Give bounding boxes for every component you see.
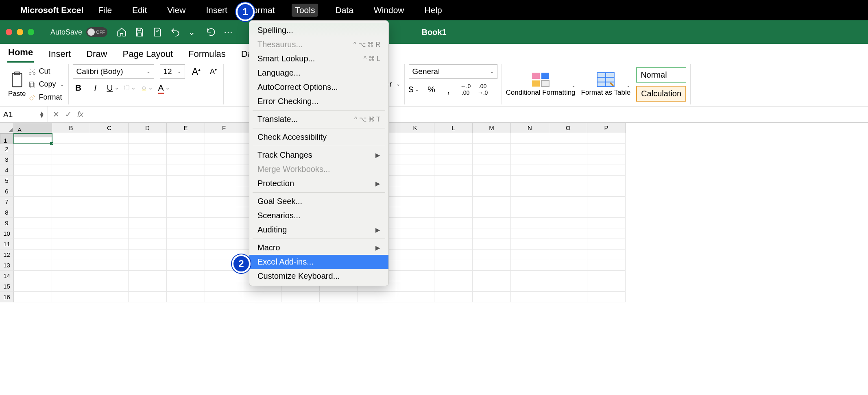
cell[interactable]: [52, 239, 90, 250]
column-header[interactable]: B: [52, 123, 90, 133]
cell[interactable]: [14, 176, 52, 186]
cell[interactable]: [52, 271, 90, 281]
cell[interactable]: [320, 292, 358, 302]
row-header[interactable]: 4: [0, 165, 14, 176]
cell[interactable]: [14, 281, 52, 292]
cell[interactable]: [587, 292, 626, 302]
cell[interactable]: [549, 165, 587, 176]
menu-help[interactable]: Help: [421, 4, 445, 17]
cell[interactable]: [587, 186, 626, 197]
cell[interactable]: [473, 250, 511, 260]
cell[interactable]: [396, 176, 434, 186]
comma-button[interactable]: ,: [443, 83, 454, 96]
cell[interactable]: [587, 218, 626, 228]
cell[interactable]: [396, 271, 434, 281]
name-box-spinner-icon[interactable]: ▲▼: [39, 111, 44, 118]
row-header[interactable]: 13: [0, 260, 14, 271]
cell[interactable]: [473, 165, 511, 176]
cell[interactable]: [167, 228, 205, 239]
cell[interactable]: [473, 176, 511, 186]
cell[interactable]: [396, 197, 434, 207]
menu-data[interactable]: Data: [332, 4, 356, 17]
cell[interactable]: [90, 144, 129, 154]
cell[interactable]: [129, 133, 167, 144]
cell[interactable]: [52, 144, 90, 154]
column-header[interactable]: F: [205, 123, 243, 133]
cell[interactable]: [90, 218, 129, 228]
cell[interactable]: [511, 144, 549, 154]
cell[interactable]: [14, 292, 52, 302]
row-header[interactable]: 11: [0, 239, 14, 250]
cell[interactable]: [14, 186, 52, 197]
cell[interactable]: [396, 165, 434, 176]
cell[interactable]: [14, 165, 52, 176]
home-icon[interactable]: [116, 27, 127, 37]
menu-item[interactable]: Track Changes▶: [249, 148, 388, 162]
column-header[interactable]: P: [587, 123, 626, 133]
cell[interactable]: [129, 144, 167, 154]
cell[interactable]: [587, 250, 626, 260]
cell[interactable]: [473, 218, 511, 228]
cell[interactable]: [90, 165, 129, 176]
border-button[interactable]: ⌄: [124, 83, 135, 92]
cell[interactable]: [587, 165, 626, 176]
cell[interactable]: [52, 154, 90, 165]
cell[interactable]: [14, 250, 52, 260]
name-box[interactable]: A1 ▲▼: [0, 106, 48, 122]
more-commands-icon[interactable]: ⋯: [224, 27, 234, 37]
cell[interactable]: [90, 250, 129, 260]
cell[interactable]: [549, 197, 587, 207]
cell[interactable]: [52, 260, 90, 271]
cell[interactable]: [205, 197, 243, 207]
cell[interactable]: [549, 260, 587, 271]
cell[interactable]: [434, 133, 473, 144]
cell-style-normal[interactable]: Normal: [636, 67, 686, 82]
cut-button[interactable]: Cut: [28, 66, 64, 77]
cell[interactable]: [396, 218, 434, 228]
cell[interactable]: [473, 228, 511, 239]
cell[interactable]: [52, 133, 90, 144]
cell[interactable]: [473, 260, 511, 271]
cell[interactable]: [549, 250, 587, 260]
cell[interactable]: [549, 239, 587, 250]
cell[interactable]: [205, 154, 243, 165]
font-name-select[interactable]: Calibri (Body)⌄: [73, 64, 154, 79]
cell[interactable]: [167, 133, 205, 144]
cell[interactable]: [549, 144, 587, 154]
cell[interactable]: [587, 133, 626, 144]
font-size-select[interactable]: 12⌄: [160, 64, 185, 79]
cell[interactable]: [167, 239, 205, 250]
cell[interactable]: [396, 207, 434, 218]
cell[interactable]: [549, 271, 587, 281]
cell[interactable]: [205, 228, 243, 239]
percent-button[interactable]: %: [426, 85, 437, 94]
cell[interactable]: [587, 197, 626, 207]
cell[interactable]: [434, 218, 473, 228]
column-header[interactable]: M: [473, 123, 511, 133]
cell[interactable]: [396, 250, 434, 260]
cell[interactable]: [511, 260, 549, 271]
cell[interactable]: [587, 176, 626, 186]
column-header[interactable]: N: [511, 123, 549, 133]
cell[interactable]: [14, 207, 52, 218]
cell[interactable]: [434, 271, 473, 281]
cell[interactable]: [511, 281, 549, 292]
row-header[interactable]: 15: [0, 281, 14, 292]
cell[interactable]: [14, 197, 52, 207]
cell[interactable]: [129, 281, 167, 292]
italic-button[interactable]: I: [90, 83, 101, 93]
cell[interactable]: [52, 292, 90, 302]
cell[interactable]: [52, 207, 90, 218]
cell[interactable]: [434, 165, 473, 176]
accounting-format-button[interactable]: $⌄: [409, 85, 420, 94]
cell[interactable]: [167, 197, 205, 207]
cell[interactable]: [396, 186, 434, 197]
cell[interactable]: [52, 186, 90, 197]
cell[interactable]: [587, 228, 626, 239]
increase-font-icon[interactable]: A▴: [191, 66, 202, 77]
number-format-select[interactable]: General⌄: [409, 64, 497, 79]
cell[interactable]: [90, 186, 129, 197]
cell[interactable]: [205, 239, 243, 250]
column-header[interactable]: K: [396, 123, 434, 133]
cell[interactable]: [167, 260, 205, 271]
